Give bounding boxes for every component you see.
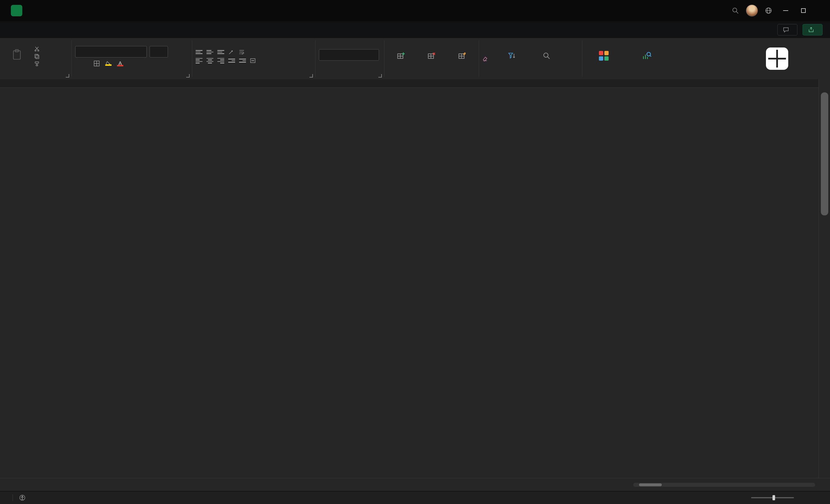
decrease-indent-icon[interactable] — [228, 59, 235, 63]
horizontal-scrollbar[interactable] — [633, 483, 815, 487]
globe-icon[interactable] — [760, 0, 777, 21]
format-cells-icon — [458, 52, 466, 60]
insert-cells-icon — [397, 52, 405, 60]
status-bar — [0, 491, 830, 504]
paste-icon — [12, 49, 22, 60]
finmodelslab-brand — [766, 38, 796, 79]
format-painter-button[interactable] — [34, 61, 44, 66]
sheet-tab-bar — [0, 478, 830, 491]
font-family-select[interactable] — [75, 46, 147, 58]
find-select-icon — [543, 52, 550, 60]
analyze-data-icon — [642, 51, 651, 61]
status-separator — [12, 494, 13, 501]
excel-logo-icon — [11, 5, 22, 16]
finmodelslab-logo-icon — [766, 48, 788, 70]
delete-cells-icon — [427, 52, 436, 60]
dialog-launcher-icon[interactable] — [310, 74, 313, 77]
cut-button[interactable] — [34, 46, 44, 52]
font-color-button[interactable]: A — [117, 61, 124, 66]
ribbon-group-alignment — [192, 38, 315, 79]
vertical-scrollbar[interactable] — [819, 79, 830, 478]
dialog-launcher-icon[interactable] — [66, 74, 69, 77]
scissors-icon — [34, 46, 39, 52]
horizontal-scrollbar-thumb[interactable] — [639, 483, 662, 486]
merge-center-button[interactable] — [250, 58, 260, 63]
sort-filter-icon — [508, 52, 516, 60]
eraser-icon — [482, 56, 488, 61]
clear-button[interactable] — [482, 56, 492, 61]
copy-icon — [34, 54, 39, 59]
align-center-icon[interactable] — [206, 58, 213, 63]
ribbon-group-editing — [479, 38, 582, 79]
copy-button[interactable] — [34, 54, 44, 59]
minimize-button[interactable] — [777, 0, 795, 21]
titlebar-controls — [727, 0, 830, 21]
align-top-icon[interactable] — [196, 50, 202, 54]
zoom-slider-thumb[interactable] — [772, 495, 775, 500]
close-button[interactable] — [812, 0, 830, 21]
align-right-icon[interactable] — [217, 58, 224, 63]
font-size-select[interactable] — [150, 46, 168, 58]
find-select-button[interactable] — [531, 41, 562, 72]
delete-cells-button[interactable] — [418, 41, 445, 72]
number-format-select[interactable] — [319, 49, 379, 61]
wrap-text-icon — [239, 49, 245, 55]
titlebar — [0, 0, 830, 21]
analyze-data-button[interactable] — [631, 41, 662, 72]
vertical-scrollbar-thumb[interactable] — [821, 92, 828, 215]
orientation-icon — [228, 49, 234, 55]
search-icon[interactable] — [727, 0, 744, 21]
format-painter-icon — [34, 61, 39, 66]
align-left-icon[interactable] — [196, 58, 202, 63]
ribbon-group-font: A — [72, 38, 192, 79]
zoom-slider[interactable] — [751, 497, 794, 498]
align-bottom-icon[interactable] — [217, 50, 224, 54]
insert-cells-button[interactable] — [388, 41, 414, 72]
ribbon: A — [0, 38, 830, 79]
menubar-actions — [777, 24, 823, 35]
statusbar-right — [728, 497, 825, 498]
dialog-launcher-icon[interactable] — [186, 74, 190, 77]
sort-filter-button[interactable] — [496, 41, 527, 72]
addins-icon — [599, 51, 609, 61]
ribbon-group-number — [316, 38, 384, 79]
addins-button[interactable] — [588, 41, 619, 72]
borders-button[interactable] — [94, 60, 101, 67]
borders-icon — [94, 60, 100, 67]
font-color-swatch — [117, 65, 123, 66]
ribbon-group-addins — [582, 38, 625, 79]
ribbon-tab-bar — [0, 21, 830, 38]
increase-indent-icon[interactable] — [239, 59, 246, 63]
accessibility-icon — [19, 495, 26, 501]
paste-button[interactable] — [3, 41, 30, 72]
align-middle-icon[interactable] — [206, 50, 213, 54]
ribbon-group-clipboard — [0, 38, 71, 79]
wrap-text-button[interactable] — [239, 49, 247, 55]
fill-color-swatch — [105, 64, 111, 66]
excel-window: A — [0, 0, 830, 504]
avatar[interactable] — [744, 0, 760, 21]
dialog-launcher-icon[interactable] — [378, 74, 382, 77]
spreadsheet-grid — [0, 88, 830, 478]
maximize-button[interactable] — [795, 0, 812, 21]
orientation-button[interactable] — [228, 49, 235, 55]
comments-button[interactable] — [777, 24, 797, 35]
ribbon-group-cells — [384, 38, 479, 79]
column-headers — [0, 79, 830, 88]
merge-center-icon — [250, 58, 256, 63]
share-button[interactable] — [802, 24, 823, 35]
fill-color-button[interactable] — [105, 61, 113, 66]
format-cells-button[interactable] — [449, 41, 475, 72]
ribbon-group-analyze — [625, 38, 668, 79]
